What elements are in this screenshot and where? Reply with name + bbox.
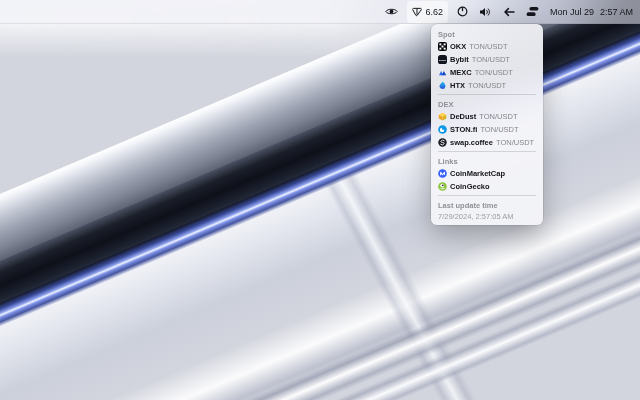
volume-icon[interactable]: [477, 3, 494, 21]
last-update-value: 7/29/2024, 2:57:05 AM: [431, 211, 543, 221]
divider: [438, 94, 536, 95]
exchange-name: swap.coffee: [450, 138, 493, 147]
mexc-icon: [438, 68, 447, 77]
trading-pair: TON/USDT: [469, 42, 507, 51]
link-name: CoinMarketCap: [450, 169, 505, 178]
eye-icon[interactable]: [383, 3, 400, 21]
stack-icon[interactable]: [524, 3, 541, 21]
trading-pair: TON/USDT: [472, 55, 510, 64]
ton-logo-icon: [412, 7, 422, 17]
ton-price-menu-item[interactable]: 6.62: [407, 1, 448, 23]
clock-date: Mon Jul 29: [550, 7, 594, 17]
ton-price: 6.62: [425, 7, 443, 17]
divider: [438, 195, 536, 196]
menu-item-bybit[interactable]: BYBIT Bybit TON/USDT: [431, 53, 543, 66]
section-title-spot: Spot: [431, 27, 543, 40]
menu-item-swapcoffee[interactable]: swap.coffee TON/USDT: [431, 136, 543, 149]
exchange-name: MEXC: [450, 68, 472, 77]
dedust-icon: [438, 112, 447, 121]
trading-pair: TON/USDT: [475, 68, 513, 77]
menu-item-okx[interactable]: OKX TON/USDT: [431, 40, 543, 53]
exchange-name: HTX: [450, 81, 465, 90]
menu-item-htx[interactable]: HTX TON/USDT: [431, 79, 543, 92]
menu-item-mexc[interactable]: MEXC TON/USDT: [431, 66, 543, 79]
swapcoffee-icon: [438, 138, 447, 147]
okx-icon: [438, 42, 447, 51]
last-update-label: Last update time: [431, 198, 543, 211]
clock-time: 2:57 AM: [600, 7, 633, 17]
menu-item-coingecko[interactable]: CoinGecko: [431, 180, 543, 193]
menu-item-stonfi[interactable]: STON.fi TON/USDT: [431, 123, 543, 136]
trading-pair: TON/USDT: [479, 112, 517, 121]
divider: [438, 151, 536, 152]
trading-pair: TON/USDT: [496, 138, 534, 147]
bybit-icon: BYBIT: [438, 55, 447, 64]
ton-ticker-dropdown: Spot OKX TON/USDT BYBIT: [431, 24, 543, 225]
menu-item-coinmarketcap[interactable]: CoinMarketCap: [431, 167, 543, 180]
exchange-name: Bybit: [450, 55, 469, 64]
back-arrow-icon[interactable]: [501, 3, 517, 21]
coinmarketcap-icon: [438, 169, 447, 178]
trading-pair: TON/USDT: [480, 125, 518, 134]
coingecko-icon: [438, 182, 447, 191]
section-title-dex: DEX: [431, 97, 543, 110]
menu-bar-clock[interactable]: Mon Jul 29 2:57 AM: [548, 7, 635, 17]
menu-bar: 6.62 Mon Jul 29 2:5: [0, 0, 640, 24]
section-title-links: Links: [431, 154, 543, 167]
power-icon[interactable]: [455, 3, 470, 21]
exchange-name: OKX: [450, 42, 466, 51]
menu-item-dedust[interactable]: DeDust TON/USDT: [431, 110, 543, 123]
svg-text:BYBIT: BYBIT: [439, 59, 446, 61]
htx-icon: [438, 81, 447, 90]
exchange-name: STON.fi: [450, 125, 477, 134]
link-name: CoinGecko: [450, 182, 490, 191]
stonfi-icon: [438, 125, 447, 134]
desktop: 6.62 Mon Jul 29 2:5: [0, 0, 640, 400]
exchange-name: DeDust: [450, 112, 476, 121]
trading-pair: TON/USDT: [468, 81, 506, 90]
